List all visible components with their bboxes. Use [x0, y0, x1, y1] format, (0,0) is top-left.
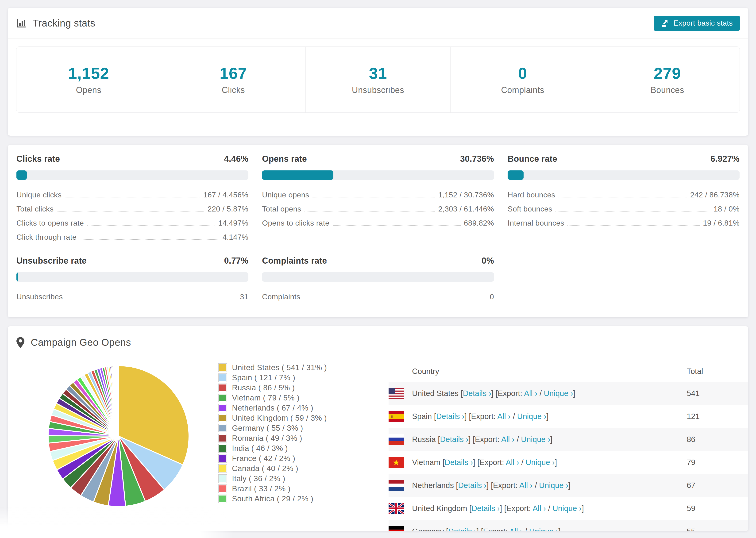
punctuation: ] [550, 435, 553, 444]
legend-item-netherlands: Netherlands ( 67 / 4% ) [218, 404, 327, 412]
export-unique-link[interactable]: Unique › [544, 389, 573, 398]
export-all-link[interactable]: All › [524, 389, 537, 398]
country-cell: Netherlands [Details ›] [Export: All › /… [412, 481, 570, 490]
legend-label: Spain ( 121 / 7% ) [232, 373, 296, 382]
dotted-leader [556, 206, 710, 211]
stat-card-clicks: 167Clicks [161, 47, 305, 112]
dotted-leader [333, 220, 460, 226]
complaints-rate-value: 0% [482, 256, 494, 266]
geo-table-row-united-states: United States [Details ›] [Export: All ›… [389, 382, 748, 405]
complaints-rate-section: Complaints rate0%Complaints0 [262, 256, 494, 304]
legend-label: Brazil ( 33 / 2% ) [232, 484, 291, 493]
geo-table-row-russia: Russia [Details ›] [Export: All › / Uniq… [389, 428, 748, 451]
tracking-stats-panel: Tracking stats Export basic stats 1,152O… [8, 8, 748, 136]
geo-opens-table: CountryTotalUnited States [Details ›] [E… [389, 361, 748, 531]
metric-label: Clicks to opens rate [17, 219, 84, 228]
unsubscribe-rate-section: Unsubscribe rate0.77%Unsubscribes31 [17, 256, 248, 304]
clicks-rate-row-total-clicks: Total clicks220 / 5.87% [17, 202, 248, 216]
complaints-rate-progress-track [262, 272, 494, 282]
details-link[interactable]: Details › [458, 481, 486, 490]
country-cell: Germany [Details ›] [Export: All › / Uni… [412, 527, 561, 531]
export-unique-link[interactable]: Unique › [526, 458, 555, 467]
export-unique-link[interactable]: Unique › [539, 481, 568, 490]
metric-value: 31 [240, 293, 248, 301]
total-cell: 67 [687, 481, 695, 490]
geo-table-header: CountryTotal [389, 361, 748, 382]
legend-item-south-africa: South Africa ( 29 / 2% ) [218, 495, 327, 503]
bounce-rate-row-soft-bounces: Soft bounces18 / 0% [508, 202, 739, 216]
legend-item-india: India ( 46 / 3% ) [218, 444, 327, 453]
legend-color-swatch [218, 384, 227, 392]
stat-label: Bounces [651, 85, 684, 95]
details-link[interactable]: Details › [471, 504, 500, 512]
export-all-link[interactable]: All › [506, 458, 519, 467]
clicks-rate-title: Clicks rate [17, 154, 60, 164]
legend-label: Netherlands ( 67 / 4% ) [232, 404, 313, 412]
total-cell: 121 [687, 412, 700, 421]
stat-value: 1,152 [68, 64, 109, 82]
legend-label: Russia ( 86 / 5% ) [232, 383, 295, 392]
metric-value: 4.147% [223, 233, 248, 242]
punctuation: / [514, 435, 521, 444]
stat-card-bounces: 279Bounces [595, 47, 739, 112]
export-unique-link[interactable]: Unique › [553, 504, 582, 512]
complaints-rate-row-complaints: Complaints0 [262, 290, 494, 304]
metric-value: 14.497% [218, 219, 248, 228]
legend-item-brazil: Brazil ( 33 / 2% ) [218, 484, 327, 493]
metric-value: 242 / 86.738% [690, 190, 739, 199]
punctuation: ] [568, 481, 570, 490]
country-cell: United Kingdom [Details ›] [Export: All … [412, 504, 584, 513]
opens-rate-row-unique-opens: Unique opens1,152 / 30.736% [262, 188, 494, 202]
bounce-rate-section: Bounce rate6.927%Hard bounces242 / 86.73… [508, 154, 739, 244]
details-link[interactable]: Details › [448, 527, 477, 531]
export-unique-link[interactable]: Unique › [517, 412, 547, 421]
legend-color-swatch [218, 363, 227, 372]
legend-color-swatch [218, 444, 227, 453]
punctuation: ] [Export: [486, 481, 519, 490]
export-all-link[interactable]: All › [501, 435, 514, 444]
country-name: Germany [ [412, 527, 448, 531]
metric-label: Unique clicks [17, 190, 62, 199]
export-all-link[interactable]: All › [497, 412, 511, 421]
country-name: Netherlands [ [412, 481, 458, 490]
metric-label: Hard bounces [508, 190, 555, 199]
clicks-rate-section: Clicks rate4.46%Unique clicks167 / 4.456… [17, 154, 248, 244]
export-basic-stats-button[interactable]: Export basic stats [654, 16, 740, 31]
dotted-leader [567, 220, 700, 226]
legend-label: France ( 42 / 2% ) [232, 454, 296, 463]
metric-label: Soft bounces [508, 205, 552, 213]
column-header-total: Total [687, 367, 703, 376]
punctuation: / [546, 504, 553, 512]
details-link[interactable]: Details › [463, 389, 491, 398]
geo-table-row-germany: Germany [Details ›] [Export: All › / Uni… [389, 520, 748, 531]
stat-value: 0 [518, 64, 527, 82]
details-link[interactable]: Details › [436, 412, 465, 421]
punctuation: ] [Export: [468, 435, 501, 444]
stat-card-complaints: 0Complaints [450, 47, 595, 112]
legend-label: Italy ( 36 / 2% ) [232, 474, 285, 483]
geo-table-row-united-kingdom: United Kingdom [Details ›] [Export: All … [389, 497, 748, 520]
country-name: United States [ [412, 389, 463, 398]
complaints-rate-title: Complaints rate [262, 256, 327, 266]
export-button-label: Export basic stats [674, 19, 733, 27]
dotted-leader [65, 192, 200, 197]
legend-label: Vietnam ( 79 / 5% ) [232, 394, 299, 402]
export-unique-link[interactable]: Unique › [521, 435, 550, 444]
details-link[interactable]: Details › [440, 435, 468, 444]
punctuation: ] [559, 527, 561, 531]
dotted-leader [559, 192, 687, 197]
legend-label: United Kingdom ( 59 / 3% ) [232, 413, 327, 422]
details-link[interactable]: Details › [445, 458, 473, 467]
export-all-link[interactable]: All › [509, 527, 523, 531]
rates-panel: Clicks rate4.46%Unique clicks167 / 4.456… [8, 145, 748, 317]
country-cell: Russia [Details ›] [Export: All › / Uniq… [412, 435, 553, 444]
metric-label: Opens to clicks rate [262, 219, 329, 228]
legend-item-romania: Romania ( 49 / 3% ) [218, 434, 327, 443]
export-unique-link[interactable]: Unique › [529, 527, 559, 531]
legend-color-swatch [218, 464, 227, 473]
rates-grid: Clicks rate4.46%Unique clicks167 / 4.456… [17, 154, 739, 304]
dotted-leader [303, 294, 486, 299]
export-all-link[interactable]: All › [533, 504, 546, 512]
export-all-link[interactable]: All › [519, 481, 533, 490]
legend-color-swatch [218, 424, 227, 432]
